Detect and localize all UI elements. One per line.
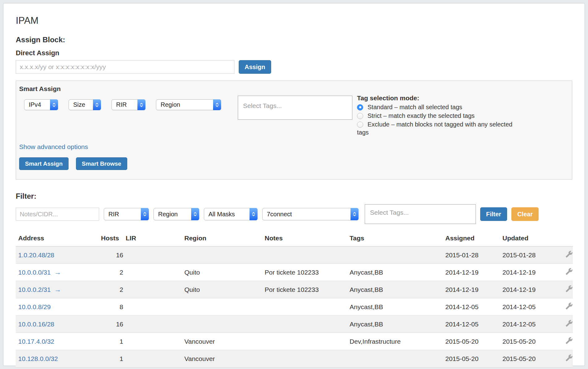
column-header-notes: Notes [262,231,347,247]
radio-standard-label: Standard – match all selected tags [368,104,462,110]
radio-exclude[interactable] [357,122,363,128]
filter-lir-select[interactable]: 7connect [262,208,359,220]
address-link[interactable]: 10.0.0.2/31 [18,286,51,293]
ipam-page-card: IPAM Assign Block: Direct Assign Assign … [3,3,585,366]
show-advanced-options-link[interactable]: Show advanced options [19,143,88,151]
lir-cell [123,247,182,264]
address-cell: 10.0.0.16/28 [16,316,99,333]
assign-button[interactable]: Assign [239,60,271,74]
assigned-cell: 2014-12-05 [443,316,500,333]
actions-cell [557,247,573,264]
clear-button[interactable]: Clear [511,207,539,221]
tags-cell: Anycast,BB [347,298,443,316]
assigned-cell: 2014-12-05 [443,298,500,316]
column-header-updated: Updated [500,231,557,247]
tag-mode-option-strict: Strict – match exactly the selected tags [357,112,525,120]
address-link[interactable]: 10.0.0.8/29 [18,303,51,310]
assigned-cell: 2015-01-28 [443,247,500,264]
chevron-updown-icon [50,99,58,110]
smart-assign-button[interactable]: Smart Assign [19,157,69,170]
tags-cell: Anycast,BB [347,264,443,281]
hosts-cell: 8 [99,298,123,316]
wrench-icon[interactable] [565,354,573,363]
wrench-icon[interactable] [565,337,573,346]
updated-cell: 2015-05-20 [500,350,557,367]
actions-cell [557,333,573,350]
lir-cell [123,281,182,298]
rir-select[interactable]: RIR [111,99,145,110]
actions-cell [557,316,573,333]
notes-cell [262,333,347,350]
address-cell: 10.0.0.2/31→ [16,281,99,298]
direct-assign-input[interactable] [16,60,234,74]
smart-assign-tags-input[interactable]: Select Tags... [238,96,352,120]
notes-cidr-input[interactable] [16,208,99,221]
hosts-cell: 1 [99,333,123,350]
assigned-cell: 2014-12-19 [443,264,500,281]
chevron-updown-icon [351,208,359,220]
hosts-cell: 2 [99,281,123,298]
size-select[interactable]: Size [69,99,101,110]
updated-cell: 2014-12-19 [500,264,557,281]
filter-heading: Filter: [16,192,572,201]
hosts-cell: 2 [99,264,123,281]
tags-cell [347,350,443,367]
radio-strict-label: Strict – match exactly the selected tags [368,112,475,119]
address-cell: 1.0.20.48/28 [16,247,99,264]
filter-masks-select[interactable]: All Masks [204,208,258,220]
hosts-cell: 16 [99,316,123,333]
notes-cell [262,316,347,333]
table-row: 10.0.0.8/29 8 Anycast,BB 2014-12-05 2014… [16,298,573,316]
updated-cell: 2014-12-05 [500,298,557,316]
smart-browse-button[interactable]: Smart Browse [76,157,127,170]
wrench-icon[interactable] [565,320,573,329]
smart-assign-panel: Smart Assign IPv4 Size RIR Region [16,81,572,180]
actions-cell [557,350,573,367]
address-cell: 10.128.0.0/32 [16,350,99,367]
address-link[interactable]: 10.0.0.0/31 [18,269,51,276]
table-row: 1.0.20.48/28 16 2015-01-28 2015-01-28 [16,247,573,264]
ip-version-select[interactable]: IPv4 [24,99,58,110]
radio-standard[interactable] [357,104,363,110]
chevron-updown-icon [250,208,258,220]
wrench-icon[interactable] [565,285,573,294]
wrench-icon[interactable] [565,268,573,277]
notes-cell [262,350,347,367]
address-link[interactable]: 10.17.4.0/32 [18,338,54,345]
wrench-icon[interactable] [565,302,573,311]
filter-rir-select[interactable]: RIR [104,208,149,220]
address-link[interactable]: 10.0.0.16/28 [18,321,54,328]
assigned-arrow-icon: → [54,268,61,276]
region-select[interactable]: Region [156,99,221,110]
column-header-actions [557,231,573,247]
tag-mode-label: Tag selection mode: [357,94,525,102]
notes-cell: Por tickete 102233 [262,281,347,298]
radio-strict[interactable] [357,113,363,119]
tag-mode-option-standard: Standard – match all selected tags [357,103,525,111]
column-header-assigned: Assigned [443,231,500,247]
assigned-arrow-icon: → [54,286,61,293]
chevron-updown-icon [93,99,101,110]
column-header-address: Address [16,231,99,247]
tags-cell: Dev,Infrastructure [347,333,443,350]
lir-cell [123,333,182,350]
filter-button[interactable]: Filter [480,207,507,221]
notes-cell [262,298,347,316]
address-link[interactable]: 10.128.0.0/32 [18,355,58,362]
actions-cell [557,298,573,316]
chevron-updown-icon [213,99,221,110]
smart-assign-buttons: Smart Assign Smart Browse [19,157,568,170]
assigned-cell: 2015-05-20 [443,333,500,350]
address-cell: 10.0.0.0/31→ [16,264,99,281]
region-select-value: Region [156,100,213,110]
filter-row: RIR Region All Masks 7connect Select Tag… [16,204,572,224]
filter-tags-input[interactable]: Select Tags... [365,204,476,224]
lir-cell [123,316,182,333]
smart-assign-selects: IPv4 Size RIR Region [24,99,221,110]
address-link[interactable]: 1.0.20.48/28 [18,251,54,259]
tag-mode-option-exclude: Exclude – match blocks not tagged with a… [357,120,525,136]
wrench-icon[interactable] [565,251,573,259]
hosts-cell: 16 [99,247,123,264]
filter-region-select[interactable]: Region [153,208,199,220]
region-cell: Vancouver [182,350,262,367]
